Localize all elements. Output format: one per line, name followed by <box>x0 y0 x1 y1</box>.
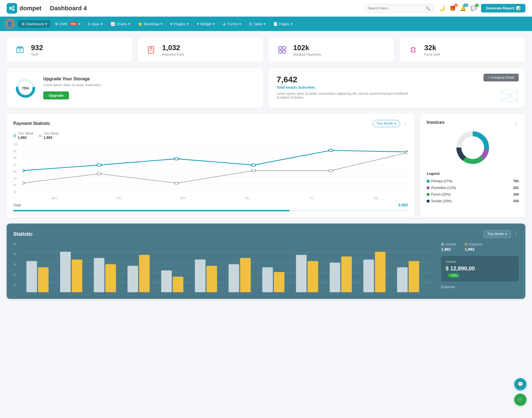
svg-rect-1 <box>12 6 14 8</box>
svg-rect-68 <box>262 267 273 292</box>
legend-count-forum: 154 <box>513 193 519 196</box>
invoices-header: Invoices ⋮ <box>427 120 519 128</box>
invoices-more-icon[interactable]: ⋮ <box>514 121 519 127</box>
legend-label-socials: Socials (15%) <box>431 199 452 203</box>
nav-item-pages[interactable]: 📄 Pages ▾ <box>270 20 296 28</box>
payment-filter-button[interactable]: This Month ▾ <box>372 120 400 127</box>
x-label-sat: Sat <box>344 197 408 200</box>
svg-point-32 <box>22 170 24 172</box>
legend-count-socials: 154 <box>513 199 519 203</box>
legend-label-primary: Primary (27%) <box>431 179 452 183</box>
statistic-month-button[interactable]: This Month ▾ <box>483 230 511 238</box>
legend-label-forum: Forum (22%) <box>431 193 451 196</box>
y-axis-labels: 100 90 80 70 60 50 40 30 <box>13 143 20 200</box>
upgrade-button[interactable]: Upgrade <box>43 91 69 99</box>
payment-header: Payment Statistic This Month ▾ ⋮ <box>13 120 408 127</box>
apps-chevron: ▾ <box>101 22 103 26</box>
svg-rect-12 <box>279 47 282 49</box>
svg-rect-55 <box>38 267 48 292</box>
bell-icon-btn[interactable]: 🔔 12 <box>460 5 466 11</box>
nav-item-table[interactable]: ☰ Table ▾ <box>245 20 269 28</box>
income-detail-label: Income <box>446 260 514 264</box>
nav-apps-label: Apps <box>91 22 99 26</box>
svg-rect-15 <box>283 50 285 53</box>
x-axis-labels: Mon Tue Wed Thu Fri Sat <box>22 197 408 200</box>
search-bar: 🔍 <box>364 4 434 12</box>
logo-text: dompet <box>19 5 41 12</box>
chat-icon-btn[interactable]: 💬 5 <box>470 5 477 11</box>
svg-rect-54 <box>26 261 37 293</box>
income-expense-row: Income 1,982 Expense 1,982 <box>441 242 519 252</box>
legend-dot-1 <box>13 134 16 137</box>
bootstrap-icon: ⭐ <box>138 22 142 26</box>
search-icon: 🔍 <box>426 6 430 11</box>
svg-rect-64 <box>195 260 205 292</box>
nav-cms-label: CMS <box>60 22 68 26</box>
email-description: Lorem ipsum dolor sit amet, consectetur … <box>277 92 410 99</box>
income-label-row: Income <box>441 242 456 246</box>
y-label-80: 80 <box>13 157 20 160</box>
nav-item-widget[interactable]: ♥ Widget ▾ <box>193 20 218 28</box>
compose-email-button[interactable]: + Compose Email <box>484 74 519 81</box>
detailed-payments-icon <box>275 43 289 57</box>
y-label-100: 100 <box>13 143 20 146</box>
line-chart-area <box>22 146 408 196</box>
bar-chart-with-labels: 50 40 30 20 10 <box>13 242 436 292</box>
stat-y-10: 10 <box>13 284 19 287</box>
line-chart-container: Mon Tue Wed Thu Fri Sat <box>22 143 408 200</box>
chevron-down-icon: ▾ <box>394 122 396 125</box>
nav-item-forms[interactable]: 🖨 Forms ▾ <box>219 20 244 28</box>
expense-label-row: Expense <box>465 242 482 246</box>
nav-item-plugins[interactable]: ♥ Plugins ▾ <box>167 20 192 28</box>
payment-more-icon[interactable]: ⋮ <box>403 120 408 127</box>
stat-card-required-price: 1,032 Required Price <box>138 38 263 62</box>
legend-label-promotion: Promotion (11%) <box>431 186 456 190</box>
svg-rect-70 <box>296 255 306 292</box>
search-input[interactable] <box>368 6 423 10</box>
svg-point-34 <box>174 158 179 160</box>
legend-item-1: This Week 1,982 <box>13 132 33 140</box>
storage-percent-label: 75% <box>22 86 29 90</box>
gift-icon-btn[interactable]: 🎁 2 <box>449 5 456 11</box>
generate-report-button[interactable]: Generate Report 📊 <box>481 4 525 12</box>
stat-card-detailed-payments: 102k Detalled Payments <box>269 38 394 62</box>
cms-new-badge: New <box>70 22 78 25</box>
legend-left-socials: Socials (15%) <box>427 199 452 203</box>
detailed-payments-info: 102k Detalled Payments <box>293 43 321 57</box>
stat-right-panel: Income 1,982 Expense 1,982 Income <box>441 242 519 292</box>
legend-1-value: 1,982 <box>18 135 33 140</box>
expense-item: Expense 1,982 <box>465 242 482 252</box>
logo: dompet <box>7 3 45 14</box>
required-price-label: Required Price <box>162 53 184 57</box>
x-label-thu: Thu <box>215 197 279 200</box>
nav-item-charts[interactable]: 📈 Charts ▾ <box>107 20 134 28</box>
force-tariff-value: 32k <box>424 43 440 52</box>
pages-chevron: ▾ <box>291 22 293 26</box>
nav-item-bootstrap[interactable]: ⭐ Bootstrap ▾ <box>135 20 166 28</box>
statistic-more-icon[interactable]: ⋮ <box>514 231 519 237</box>
expense-dot-icon <box>465 243 467 246</box>
charts-icon: 📈 <box>111 22 115 26</box>
income-item: Income 1,982 <box>441 242 456 252</box>
legend-title: Legend <box>427 171 519 176</box>
bar-chart-inner <box>22 242 436 292</box>
y-label-60: 60 <box>13 170 20 173</box>
cms-icon: ⚙ <box>55 22 58 26</box>
force-tariff-info: 32k Force tariff <box>424 43 440 57</box>
dark-mode-icon[interactable]: 🌙 <box>439 5 445 11</box>
generate-report-label: Generate Report <box>486 6 514 10</box>
y-label-50: 50 <box>13 177 20 180</box>
svg-point-39 <box>97 173 101 175</box>
tariff-label: Tariff <box>31 53 43 57</box>
apps-icon: ℹ <box>88 22 90 26</box>
total-bar-container <box>13 210 408 211</box>
widget-icon: ♥ <box>197 22 199 26</box>
stat-card-force-tariff: 32k Force tariff <box>400 38 525 62</box>
main-content: 932 Tariff 1,032 Required Price <box>0 31 532 306</box>
payment-title: Payment Statistic <box>13 121 50 126</box>
nav-item-dashboard[interactable]: ⊞ Dashboard ▾ <box>18 20 50 28</box>
nav-item-apps[interactable]: ℹ Apps ▾ <box>85 20 106 28</box>
plugins-chevron: ▾ <box>187 22 189 26</box>
legend-left-promotion: Promotion (11%) <box>427 186 456 190</box>
nav-item-cms[interactable]: ⚙ CMS New ▾ <box>52 20 84 28</box>
